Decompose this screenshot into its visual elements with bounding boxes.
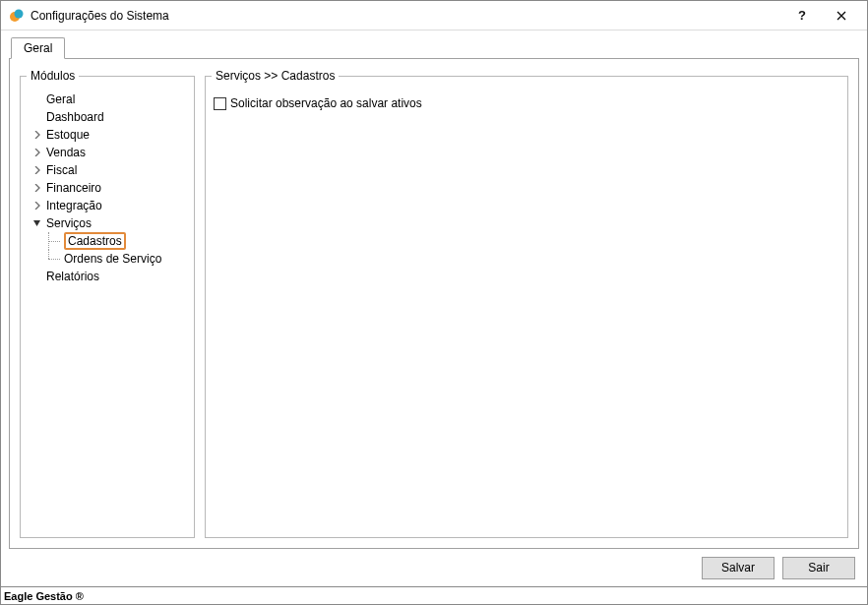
- app-icon: [9, 8, 25, 24]
- content-panel: Serviços >> Cadastros Solicitar observaç…: [205, 69, 848, 538]
- tree-item-estoque[interactable]: Estoque: [27, 126, 188, 144]
- window-root: Configurações do Sistema ? Geral Módulos…: [0, 0, 868, 605]
- tree-item-dashboard[interactable]: Dashboard: [27, 108, 188, 126]
- help-button[interactable]: ?: [782, 2, 822, 30]
- tree-label: Dashboard: [46, 110, 104, 124]
- checkbox-label: Solicitar observação ao salvar ativos: [230, 96, 422, 110]
- tree-label: Ordens de Serviço: [64, 252, 161, 266]
- tree-label: Relatórios: [46, 270, 99, 283]
- tree-item-servicos-cadastros[interactable]: Cadastros: [27, 232, 188, 250]
- tab-bar: Geral: [9, 36, 859, 58]
- tree-label: Geral: [46, 92, 75, 106]
- button-label: Sair: [808, 561, 829, 575]
- modules-legend: Módulos: [27, 69, 79, 83]
- modules-panel: Módulos Geral Dashboard Estoque: [20, 69, 195, 538]
- svg-point-1: [15, 9, 24, 18]
- window-title: Configurações do Sistema: [31, 9, 782, 23]
- breadcrumb: Serviços >> Cadastros: [212, 69, 339, 83]
- status-text: Eagle Gestão ®: [4, 590, 84, 602]
- tree-label: Fiscal: [46, 163, 77, 177]
- client-area: Geral Módulos Geral Dashboard: [1, 30, 867, 586]
- save-button[interactable]: Salvar: [702, 557, 775, 579]
- tree-item-integracao[interactable]: Integração: [27, 197, 188, 214]
- checkbox-icon: [214, 97, 226, 110]
- chevron-right-icon: [32, 183, 41, 192]
- chevron-right-icon: [32, 148, 41, 156]
- chevron-right-icon: [32, 130, 41, 139]
- tree-label: Financeiro: [46, 181, 101, 195]
- button-row: Salvar Sair: [9, 549, 859, 582]
- close-button[interactable]: [822, 2, 861, 30]
- tab-content: Módulos Geral Dashboard Estoque: [9, 58, 859, 549]
- tree-item-geral[interactable]: Geral: [27, 91, 188, 108]
- tree-item-financeiro[interactable]: Financeiro: [27, 179, 188, 197]
- tree-item-relatorios[interactable]: Relatórios: [27, 268, 188, 285]
- titlebar: Configurações do Sistema ?: [1, 1, 867, 30]
- tree-item-servicos-ordens[interactable]: Ordens de Serviço: [27, 250, 188, 268]
- tree-item-fiscal[interactable]: Fiscal: [27, 161, 188, 179]
- exit-button[interactable]: Sair: [782, 557, 855, 579]
- tree-label: Serviços: [46, 216, 92, 230]
- tree-label: Integração: [46, 199, 102, 212]
- chevron-right-icon: [32, 165, 41, 174]
- chevron-down-icon: [32, 218, 41, 227]
- tab-label: Geral: [24, 41, 52, 55]
- checkbox-solicitar-observacao[interactable]: Solicitar observação ao salvar ativos: [214, 96, 839, 110]
- status-bar: Eagle Gestão ®: [1, 586, 867, 604]
- tree-item-servicos[interactable]: Serviços: [27, 214, 188, 232]
- tree-label: Estoque: [46, 128, 90, 142]
- tree-item-vendas[interactable]: Vendas: [27, 144, 188, 161]
- modules-tree: Geral Dashboard Estoque: [27, 91, 188, 285]
- chevron-right-icon: [32, 201, 41, 210]
- content-body: Solicitar observação ao salvar ativos: [212, 91, 841, 116]
- button-label: Salvar: [721, 561, 755, 575]
- tree-label: Vendas: [46, 146, 86, 159]
- tab-geral[interactable]: Geral: [11, 37, 65, 59]
- tree-label-highlight: Cadastros: [64, 232, 126, 250]
